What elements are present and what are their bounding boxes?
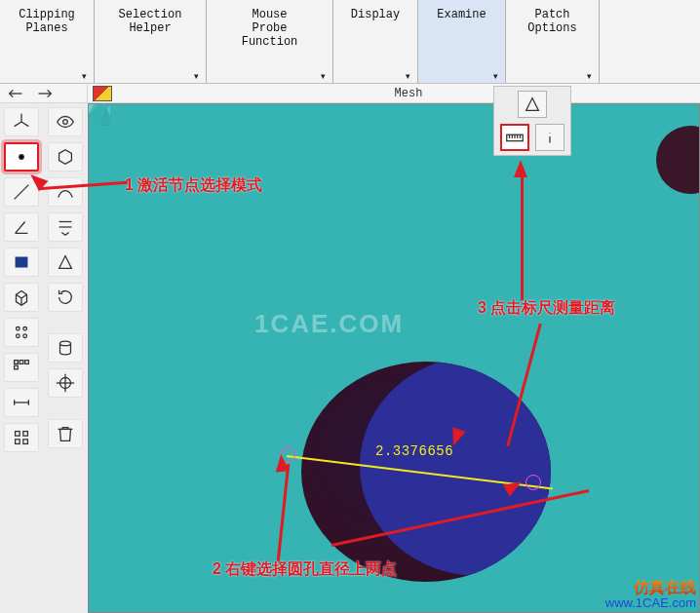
panel-title: Mesh — [117, 84, 700, 102]
info-button[interactable] — [535, 124, 564, 151]
arrow-3a-head — [514, 160, 527, 177]
ribbon-label: Clipping Planes — [19, 8, 75, 35]
palette-icon — [93, 86, 112, 101]
svg-rect-15 — [16, 440, 20, 444]
dropdown-arrow-icon: ▾ — [587, 71, 597, 81]
svg-point-0 — [19, 155, 24, 160]
group-icon — [11, 322, 32, 343]
sweep-button[interactable] — [48, 248, 83, 277]
project-button[interactable] — [48, 212, 83, 242]
dropdown-arrow-icon: ▾ — [82, 71, 92, 81]
axis-button[interactable] — [4, 107, 39, 136]
ribbon-label: Display — [351, 8, 400, 21]
top-ribbon: Clipping Planes▾Selection Helper▾Mouse P… — [0, 0, 700, 84]
angle-faces-icon — [522, 94, 543, 115]
ribbon-display[interactable]: Display▾ — [333, 0, 418, 83]
palette-button[interactable] — [88, 84, 117, 102]
annotation-2: 2 右键选择圆孔直径上两点 — [213, 559, 397, 580]
arrow-3a-line — [521, 172, 524, 300]
path-button[interactable] — [48, 177, 83, 207]
svg-marker-27 — [89, 115, 93, 126]
rotate-icon — [55, 287, 76, 308]
pick-point-2 — [525, 475, 541, 490]
brand-footer: 仿真在线 www.1CAE.com — [605, 580, 696, 611]
ribbon-label: Examine — [437, 8, 486, 21]
rotate-button[interactable] — [48, 283, 83, 312]
line-meas-button[interactable] — [4, 388, 39, 417]
svg-rect-7 — [19, 361, 23, 364]
pattern-icon — [11, 357, 32, 378]
node-point-button[interactable] — [4, 142, 39, 172]
target-icon — [55, 372, 76, 394]
toolbar-col-2 — [44, 103, 88, 613]
annotation-3: 3 点击标尺测量距离 — [478, 298, 615, 319]
svg-point-2 — [17, 327, 20, 331]
cylinder-icon — [55, 337, 76, 359]
redo-dropdown[interactable] — [33, 87, 55, 100]
ribbon-mouse[interactable]: Mouse Probe Function▾ — [207, 0, 333, 83]
trash-icon — [55, 423, 76, 444]
node-point-icon — [11, 146, 32, 168]
target-button[interactable] — [48, 368, 83, 398]
mesh-wireframe — [89, 104, 110, 126]
svg-point-20 — [60, 341, 71, 346]
solid-button[interactable] — [4, 283, 39, 312]
trash-button[interactable] — [48, 419, 83, 448]
brand-zh: 仿真在线 — [605, 580, 696, 595]
dropdown-arrow-icon: ▾ — [194, 71, 204, 81]
axis-icon — [11, 111, 32, 133]
face-button[interactable] — [4, 248, 39, 277]
sweep-icon — [55, 251, 76, 273]
svg-line-1 — [15, 185, 29, 200]
box-icon — [55, 146, 76, 168]
ruler-icon — [504, 127, 525, 148]
svg-rect-16 — [23, 440, 28, 444]
ruler-button[interactable] — [500, 124, 529, 151]
arrow-2-head — [274, 453, 290, 472]
svg-rect-8 — [25, 361, 29, 364]
svg-rect-9 — [15, 365, 19, 369]
ribbon-label: Mouse Probe Function — [242, 8, 298, 49]
ribbon-label: Patch Options — [527, 8, 576, 35]
ribbon-clipping[interactable]: Clipping Planes▾ — [0, 0, 95, 83]
solid-icon — [11, 287, 32, 308]
angle-button[interactable] — [4, 212, 39, 242]
project-icon — [55, 216, 76, 238]
line-meas-icon — [11, 392, 32, 413]
ribbon-patch[interactable]: Patch Options▾ — [506, 0, 600, 83]
annotation-1: 1 激活节点选择模式 — [125, 175, 262, 196]
box-button[interactable] — [48, 142, 83, 172]
svg-point-4 — [17, 334, 20, 338]
ribbon-selection[interactable]: Selection Helper▾ — [95, 0, 207, 83]
svg-rect-13 — [16, 432, 20, 437]
eye-icon — [55, 111, 76, 133]
brand-url: www.1CAE.com — [605, 595, 696, 611]
undo-dropdown[interactable] — [6, 87, 27, 100]
edge-icon — [11, 181, 32, 203]
measurement-value: 2.3376656 — [375, 443, 453, 459]
ribbon-label: Selection Helper — [119, 8, 182, 35]
pattern-button[interactable] — [4, 353, 39, 382]
grid-sel-button[interactable] — [4, 423, 39, 452]
subheader-tools — [0, 84, 88, 102]
eye-button[interactable] — [48, 107, 83, 136]
svg-rect-6 — [15, 361, 19, 364]
cylinder-button[interactable] — [48, 333, 83, 363]
svg-rect-14 — [23, 432, 28, 437]
measure-mode-button[interactable] — [518, 91, 547, 118]
info-icon — [539, 127, 561, 148]
distant-sphere — [656, 126, 700, 194]
angle-icon — [11, 216, 32, 238]
subheader: Mesh — [0, 84, 700, 103]
dropdown-arrow-icon: ▾ — [321, 71, 331, 81]
face-icon — [11, 251, 32, 273]
svg-point-3 — [23, 327, 27, 331]
watermark-text: 1CAE.COM — [254, 309, 404, 339]
svg-point-5 — [23, 334, 27, 338]
group-button[interactable] — [4, 318, 39, 347]
dropdown-arrow-icon: ▾ — [406, 71, 415, 81]
svg-point-17 — [63, 120, 68, 125]
dropdown-arrow-icon: ▾ — [493, 71, 503, 81]
ribbon-examine[interactable]: Examine▾ — [418, 0, 506, 83]
grid-sel-icon — [11, 427, 32, 448]
